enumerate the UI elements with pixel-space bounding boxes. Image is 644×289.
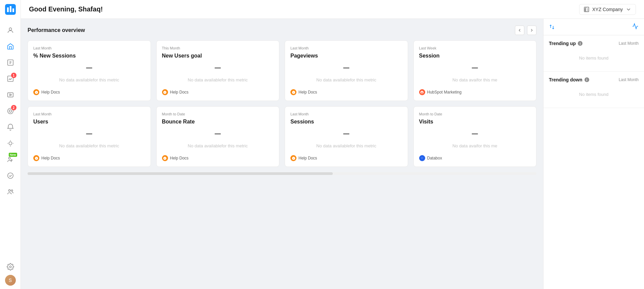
trending-down-title: Trending down i — [549, 77, 589, 82]
metric-footer[interactable]: Help Docs — [33, 85, 145, 95]
main-wrapper: Good Evening, Shafaq! XYZ Company Perfor… — [21, 0, 644, 289]
company-name: XYZ Company — [592, 7, 623, 12]
sidebar-item-reports[interactable]: 1 — [3, 71, 18, 86]
sidebar-item-alerts[interactable] — [3, 120, 18, 135]
building-icon — [583, 6, 590, 12]
trending-up-info-icon[interactable]: i — [578, 41, 582, 46]
svg-point-16 — [9, 266, 11, 268]
nav-prev-button[interactable] — [515, 26, 524, 35]
metrics-row-2: Last Month Users — No data availablefor … — [28, 106, 536, 167]
metric-footer-label: Help Docs — [41, 156, 60, 160]
people-new-badge: New — [9, 153, 17, 157]
metric-dash: — — [215, 64, 221, 71]
sidebar-item-notifications[interactable] — [3, 136, 18, 151]
nav-arrows — [515, 26, 536, 35]
metric-footer[interactable]: Help Docs — [162, 151, 274, 161]
chevron-down-icon — [626, 6, 632, 12]
activity-button[interactable] — [632, 23, 639, 31]
avatar[interactable]: S — [5, 275, 16, 286]
metric-no-data: No data availablefor this metric — [316, 141, 376, 151]
metric-card-users: Last Month Users — No data availablefor … — [28, 106, 151, 167]
trending-down-header: Trending down i Last Month — [549, 77, 639, 82]
right-panel-header — [544, 19, 644, 35]
nav-next-button[interactable] — [527, 26, 536, 35]
metric-no-data: No data availablefor this metric — [188, 141, 248, 151]
trending-down-info-icon[interactable]: i — [585, 77, 589, 82]
metric-footer[interactable]: Help Docs — [290, 85, 402, 95]
sidebar-item-check[interactable] — [3, 168, 18, 183]
goals-badge: 2 — [11, 105, 16, 110]
metric-footer-label: Help Docs — [298, 90, 317, 95]
metric-card-session: Last Week Session — No data avaifor this… — [413, 40, 537, 101]
helpdocs-icon — [290, 89, 296, 95]
metric-dash: — — [472, 130, 478, 137]
sidebar-item-numbers[interactable] — [3, 55, 18, 70]
sidebar-item-settings[interactable] — [3, 259, 18, 274]
metric-no-data: No data availablefor this metric — [59, 75, 119, 85]
metric-period: Last Month — [290, 112, 402, 116]
metric-content: — No data avaifor this me — [419, 130, 531, 151]
metrics-row-1: Last Month % New Sessions — No data avai… — [28, 40, 536, 101]
metric-footer-label: Help Docs — [41, 90, 60, 95]
metric-content: — No data availablefor this metric — [162, 130, 274, 151]
metric-no-data: No data avaifor this me — [452, 141, 497, 151]
svg-rect-17 — [584, 7, 589, 12]
svg-point-14 — [8, 190, 10, 192]
sidebar-item-profile[interactable] — [3, 23, 18, 38]
app-logo[interactable] — [4, 3, 16, 15]
metric-title: Pageviews — [290, 53, 402, 59]
trending-up-no-items: No items found — [549, 50, 639, 66]
chevron-left-icon — [517, 28, 522, 33]
svg-point-11 — [9, 142, 12, 145]
company-selector[interactable]: XYZ Company — [579, 4, 636, 15]
sidebar-item-goals[interactable]: 2 — [3, 104, 18, 118]
sidebar-item-home[interactable] — [3, 39, 18, 54]
trending-up-title: Trending up i — [549, 41, 582, 46]
metric-content: — No data availablefor this metric — [162, 64, 274, 85]
metric-title: Bounce Rate — [162, 119, 274, 125]
metric-footer-label: Help Docs — [170, 90, 189, 95]
metric-footer[interactable]: Help Docs — [290, 151, 402, 161]
metric-footer[interactable]: Help Docs — [162, 85, 274, 95]
section-header: Performance overview — [28, 26, 536, 35]
horizontal-scrollbar[interactable] — [28, 172, 536, 175]
sidebar: 1 2 New — [0, 0, 21, 289]
metric-title: Visits — [419, 119, 531, 125]
top-bar: Good Evening, Shafaq! XYZ Company — [21, 0, 644, 19]
trending-up-section: Trending up i Last Month No items found — [544, 35, 644, 72]
sidebar-item-media[interactable] — [3, 87, 18, 102]
content-area: Performance overview — [21, 19, 644, 289]
metric-no-data: No data availablefor this metric — [316, 75, 376, 85]
sidebar-item-team[interactable] — [3, 184, 18, 199]
metric-content: — No data availablefor this metric — [290, 130, 402, 151]
metric-footer[interactable]: HubSpot Marketing — [419, 85, 531, 95]
sort-toggle-button[interactable] — [549, 24, 555, 30]
metric-card-visits: Month to Date Visits — No data avaifor t… — [413, 106, 537, 167]
helpdocs-icon — [33, 89, 39, 95]
metric-title: Session — [419, 53, 531, 59]
sidebar-item-people-new[interactable]: New — [3, 152, 18, 167]
metric-card-new-users-goal: This Month New Users goal — No data avai… — [156, 40, 280, 101]
metric-card-new-sessions: Last Month % New Sessions — No data avai… — [28, 40, 151, 101]
chevron-right-icon — [529, 28, 534, 33]
helpdocs-icon — [162, 89, 168, 95]
metric-content: — No data avaifor this me — [419, 64, 531, 85]
trending-up-period: Last Month — [619, 41, 639, 46]
reports-badge: 1 — [11, 73, 16, 78]
metric-content: — No data availablefor this metric — [290, 64, 402, 85]
svg-point-12 — [8, 157, 10, 159]
metric-dash: — — [343, 64, 349, 71]
svg-rect-7 — [7, 93, 13, 97]
trending-down-period: Last Month — [619, 77, 639, 82]
metric-dash: — — [86, 64, 92, 71]
greeting-text: Good Evening, Shafaq! — [29, 5, 103, 13]
metric-no-data: No data avaifor this me — [452, 75, 497, 85]
right-panel: Trending up i Last Month No items found … — [543, 19, 644, 289]
hubspot-icon — [419, 89, 425, 95]
activity-icon — [632, 23, 639, 30]
metric-footer[interactable]: Help Docs — [33, 151, 145, 161]
metric-footer[interactable]: Databox — [419, 151, 531, 161]
metric-title: New Users goal — [162, 53, 274, 59]
svg-point-4 — [9, 28, 11, 30]
trending-up-header: Trending up i Last Month — [549, 41, 639, 46]
